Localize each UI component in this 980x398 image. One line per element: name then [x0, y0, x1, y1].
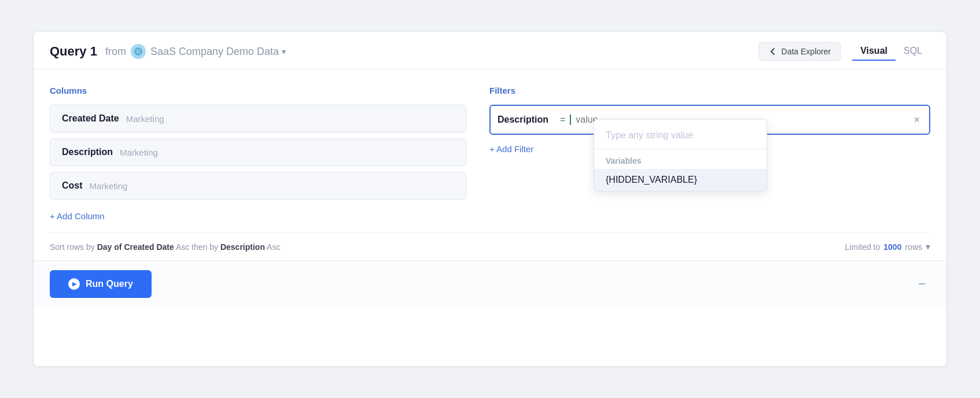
limit-chevron-icon[interactable]: ▾: [926, 241, 930, 252]
query-title-group: Query 1 from SaaS Company Demo Data ▾: [50, 44, 286, 59]
limit-prefix: Limited to: [845, 242, 880, 252]
sort-field-2: Description: [220, 242, 265, 252]
run-query-label: Run Query: [86, 279, 133, 289]
query-header: Query 1 from SaaS Company Demo Data ▾: [34, 32, 946, 69]
dropdown-item-hidden-variable[interactable]: {HIDDEN_VARIABLE}: [594, 169, 767, 191]
header-right: Data Explorer Visual SQL: [758, 42, 930, 61]
filters-label: Filters: [489, 86, 930, 95]
tab-visual[interactable]: Visual: [852, 42, 896, 61]
sort-description: Sort rows by Day of Created Date Asc the…: [50, 242, 280, 252]
column-item-description[interactable]: Description Marketing: [50, 138, 466, 166]
column-list: Created Date Marketing Description Marke…: [50, 105, 466, 200]
filter-clear-button[interactable]: ×: [910, 114, 923, 126]
query-body: Columns Created Date Marketing Descripti…: [34, 69, 946, 221]
column-source-created-date: Marketing: [126, 114, 164, 124]
app-container: Query 1 from SaaS Company Demo Data ▾: [0, 0, 980, 398]
sort-field-1: Day of Created Date: [97, 242, 174, 252]
sort-connector-label: then by: [191, 242, 218, 252]
sort-dir-2-label: Asc: [267, 242, 280, 252]
limit-group: Limited to 1000 rows ▾: [845, 241, 930, 252]
column-name-cost: Cost: [62, 180, 83, 191]
column-item-cost[interactable]: Cost Marketing: [50, 172, 466, 200]
data-explorer-button[interactable]: Data Explorer: [758, 42, 841, 61]
query-from-label: from: [105, 46, 126, 58]
column-name-created-date: Created Date: [62, 113, 119, 124]
filter-field-label: Description: [491, 115, 555, 125]
data-explorer-label: Data Explorer: [782, 47, 831, 56]
query-footer: Run Query −: [34, 260, 946, 307]
back-arrow-icon: [768, 47, 778, 56]
column-item-created-date[interactable]: Created Date Marketing: [50, 105, 466, 132]
datasource-name-label: SaaS Company Demo Data: [150, 46, 279, 58]
column-source-description: Marketing: [120, 148, 158, 157]
filter-operator: =: [555, 115, 570, 125]
limit-value: 1000: [883, 242, 901, 252]
column-name-description: Description: [62, 147, 113, 157]
column-source-cost: Marketing: [90, 181, 128, 191]
columns-panel: Columns Created Date Marketing Descripti…: [50, 86, 466, 221]
tab-sql[interactable]: SQL: [896, 42, 930, 61]
view-tabs: Visual SQL: [852, 42, 930, 61]
add-column-button[interactable]: + Add Column: [50, 211, 466, 221]
sort-prefix: Sort rows by: [50, 242, 95, 252]
dropdown-hint: Type any string value: [594, 120, 767, 149]
limit-suffix: rows: [905, 242, 922, 252]
datasource-icon: [131, 44, 146, 59]
filters-panel: Filters Description = × Type any string …: [489, 86, 930, 221]
datasource-chevron-icon: ▾: [282, 47, 286, 56]
run-query-button[interactable]: Run Query: [50, 270, 152, 298]
sort-dir-1-label: Asc: [176, 242, 189, 252]
columns-label: Columns: [50, 86, 466, 95]
dropdown-section-label: Variables: [594, 149, 767, 169]
run-icon: [68, 278, 80, 290]
sort-bar: Sort rows by Day of Created Date Asc the…: [50, 233, 930, 260]
datasource-selector[interactable]: SaaS Company Demo Data ▾: [150, 46, 286, 58]
query-panel: Query 1 from SaaS Company Demo Data ▾: [33, 31, 947, 367]
filter-dropdown: Type any string value Variables {HIDDEN_…: [594, 119, 767, 191]
minimize-button[interactable]: −: [913, 278, 930, 290]
query-title: Query 1: [50, 44, 97, 59]
